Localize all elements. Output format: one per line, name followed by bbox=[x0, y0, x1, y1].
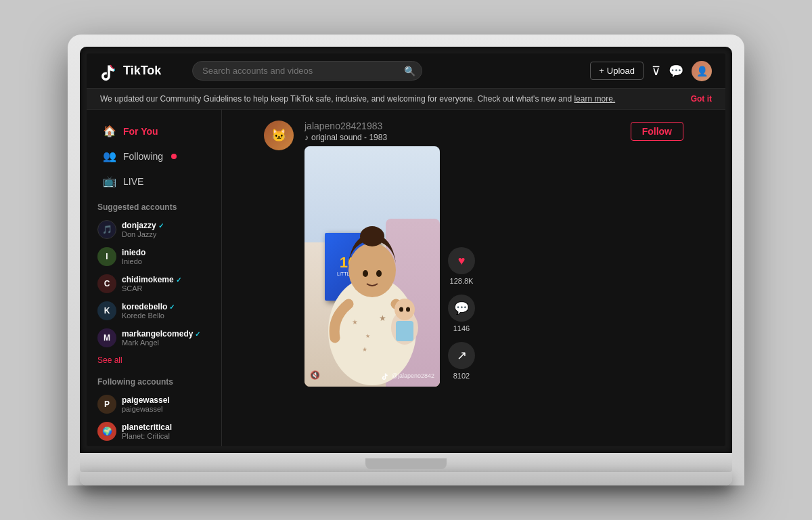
sound-text: original sound - 1983 bbox=[311, 133, 387, 142]
svg-text:★: ★ bbox=[379, 313, 386, 323]
like-button[interactable]: ♥ 128.8K bbox=[448, 247, 475, 285]
video-sound[interactable]: ♪ original sound - 1983 bbox=[304, 133, 387, 142]
account-handle-chidimokeme: SCAR bbox=[122, 284, 210, 292]
app: TikTok 🔍 + Upload ⊽ 💬 👤 bbox=[87, 53, 725, 446]
account-info-planetcritical: planetcritical Planet: Critical bbox=[122, 422, 210, 440]
like-icon-circle: ♥ bbox=[448, 247, 475, 274]
video-username[interactable]: jalapeno28421983 bbox=[304, 121, 387, 131]
laptop-bottom bbox=[80, 472, 732, 485]
following-accounts-section: Following accounts P paigewassel paigewa… bbox=[87, 369, 221, 446]
verified-icon-koredebello: ✓ bbox=[169, 303, 175, 311]
following-accounts-title: Following accounts bbox=[87, 369, 221, 391]
laptop-outer: TikTok 🔍 + Upload ⊽ 💬 👤 bbox=[68, 35, 744, 485]
follow-button[interactable]: Follow bbox=[631, 122, 683, 141]
mute-button[interactable]: 🔇 bbox=[310, 370, 320, 380]
video-card: 🐱 jalapeno28421983 ♪ bbox=[264, 121, 683, 387]
video-main: jalapeno28421983 ♪ original sound - 1983… bbox=[304, 121, 683, 387]
account-item-chidimokeme[interactable]: C chidimokeme ✓ SCAR bbox=[87, 270, 221, 297]
account-item-markangel[interactable]: M markangelcomedy ✓ Mark Angel bbox=[87, 324, 221, 351]
for-you-label: For You bbox=[123, 126, 158, 137]
svg-text:★: ★ bbox=[352, 318, 358, 326]
banner-main-text: We updated our Community Guidelines to h… bbox=[100, 94, 572, 104]
music-note-icon: ♪ bbox=[304, 133, 309, 142]
share-button[interactable]: ↗ 8102 bbox=[448, 342, 475, 380]
account-item-koredebello[interactable]: K koredebello ✓ Korede Bello bbox=[87, 297, 221, 324]
account-info-markangel: markangelcomedy ✓ Mark Angel bbox=[122, 329, 210, 347]
account-handle-koredebello: Korede Bello bbox=[122, 311, 210, 320]
account-name-koredebello: koredebello ✓ bbox=[122, 302, 210, 311]
search-icon[interactable]: 🔍 bbox=[404, 66, 415, 77]
video-user-info: jalapeno28421983 ♪ original sound - 1983 bbox=[304, 121, 387, 142]
share-count: 8102 bbox=[453, 372, 470, 380]
video-player-row: 100 LITTLE CLOE bbox=[304, 146, 683, 387]
account-item-paigewassel[interactable]: P paigewassel paigewassel bbox=[87, 391, 221, 418]
avatar-paigewassel: P bbox=[97, 395, 116, 414]
svg-point-10 bbox=[394, 299, 415, 320]
screen-bezel: TikTok 🔍 + Upload ⊽ 💬 👤 bbox=[80, 47, 732, 453]
banner-cta[interactable]: Got it bbox=[691, 94, 712, 104]
account-info-donjazzy: donjazzy ✓ Don Jazzy bbox=[122, 221, 210, 238]
filter-icon[interactable]: ⊽ bbox=[652, 64, 660, 79]
header-right: + Upload ⊽ 💬 👤 bbox=[590, 61, 712, 81]
share-icon-circle: ↗ bbox=[448, 342, 475, 369]
inbox-icon[interactable]: 💬 bbox=[669, 64, 683, 79]
following-label: Following bbox=[123, 151, 163, 162]
search-input[interactable] bbox=[192, 61, 422, 81]
avatar[interactable]: 👤 bbox=[692, 61, 712, 81]
account-name-iniedo: iniedo bbox=[122, 248, 210, 257]
account-name-markangel: markangelcomedy ✓ bbox=[122, 329, 210, 339]
avatar-koredebello: K bbox=[97, 301, 116, 320]
svg-point-6 bbox=[360, 226, 384, 246]
sidebar-item-for-you[interactable]: 🏠 For You bbox=[92, 119, 216, 143]
svg-text:★: ★ bbox=[362, 346, 367, 353]
svg-rect-13 bbox=[396, 321, 413, 341]
account-name-chidimokeme: chidimokeme ✓ bbox=[122, 275, 210, 284]
sidebar-item-live[interactable]: 📺 LIVE bbox=[92, 169, 216, 193]
video-thumbnail[interactable]: 100 LITTLE CLOE bbox=[304, 146, 440, 387]
search-bar: 🔍 bbox=[192, 61, 422, 81]
home-icon: 🏠 bbox=[103, 125, 116, 137]
account-info-koredebello: koredebello ✓ Korede Bello bbox=[122, 302, 210, 320]
upload-plus-icon: + bbox=[599, 66, 604, 76]
avatar-iniedo: I bbox=[97, 247, 116, 266]
suggested-accounts-section: Suggested accounts 🎵 donjazzy ✓ Don Jazz… bbox=[87, 194, 221, 369]
banner-link[interactable]: learn more. bbox=[574, 94, 615, 104]
svg-point-12 bbox=[406, 307, 410, 312]
comment-button[interactable]: 💬 1146 bbox=[448, 295, 475, 332]
avatar-donjazzy: 🎵 bbox=[97, 220, 116, 239]
header: TikTok 🔍 + Upload ⊽ 💬 👤 bbox=[87, 53, 725, 89]
share-icon: ↗ bbox=[457, 348, 467, 363]
account-item-planetcritical[interactable]: 🌍 planetcritical Planet: Critical bbox=[87, 418, 221, 445]
verified-icon-chidimokeme: ✓ bbox=[176, 276, 181, 284]
avatar-markangel: M bbox=[97, 328, 116, 347]
account-item-dedrick[interactable]: D dedrickdedrick lil D bbox=[87, 445, 221, 446]
like-count: 128.8K bbox=[450, 277, 474, 285]
suggested-title: Suggested accounts bbox=[87, 194, 221, 216]
interaction-buttons: ♥ 128.8K 💬 bbox=[448, 247, 475, 387]
sidebar-item-following[interactable]: 👥 Following bbox=[92, 144, 216, 168]
tiktok-logo-icon bbox=[100, 62, 119, 81]
video-background: 100 LITTLE CLOE bbox=[304, 146, 440, 387]
sidebar: 🏠 For You 👥 Following 📺 LIVE bbox=[87, 110, 222, 446]
account-item-iniedo[interactable]: I iniedo Iniedo bbox=[87, 243, 221, 270]
feed-container: 🐱 jalapeno28421983 ♪ bbox=[264, 121, 683, 435]
account-name-paigewassel: paigewassel bbox=[122, 395, 210, 405]
comment-icon-circle: 💬 bbox=[448, 295, 475, 322]
comment-icon: 💬 bbox=[454, 301, 469, 316]
upload-button[interactable]: + Upload bbox=[590, 62, 644, 80]
account-item-donjazzy[interactable]: 🎵 donjazzy ✓ Don Jazzy bbox=[87, 216, 221, 243]
banner-text: We updated our Community Guidelines to h… bbox=[100, 94, 680, 104]
avatar-chidimokeme: C bbox=[97, 274, 116, 293]
scene-woman: 100 LITTLE CLOE bbox=[304, 146, 440, 387]
live-icon: 📺 bbox=[103, 175, 116, 188]
laptop-base bbox=[80, 453, 732, 472]
avatar-planetcritical: 🌍 bbox=[97, 422, 116, 441]
account-handle-paigewassel: paigewassel bbox=[122, 405, 210, 413]
content-area: 🐱 jalapeno28421983 ♪ bbox=[222, 110, 725, 446]
account-handle-markangel: Mark Angel bbox=[122, 339, 210, 347]
following-notification-badge bbox=[171, 154, 177, 159]
main-layout: 🏠 For You 👥 Following 📺 LIVE bbox=[87, 110, 725, 446]
logo-text: TikTok bbox=[123, 64, 161, 78]
see-all-link[interactable]: See all bbox=[87, 351, 221, 369]
video-author-avatar[interactable]: 🐱 bbox=[264, 121, 294, 150]
